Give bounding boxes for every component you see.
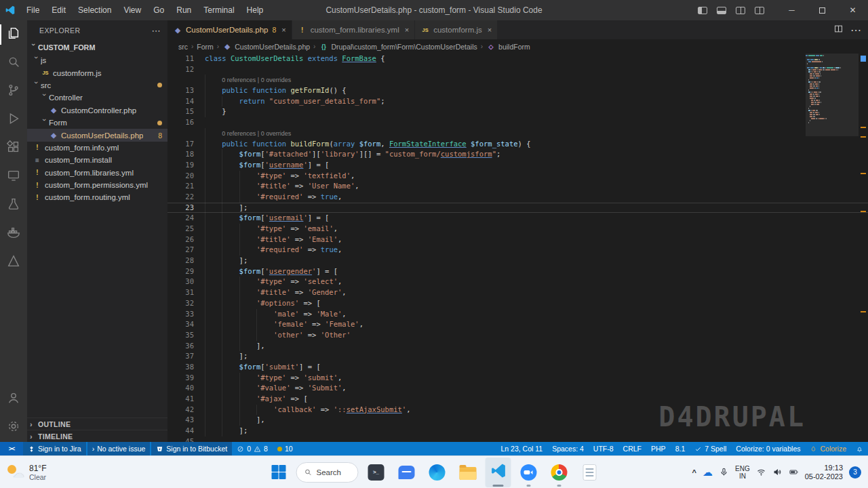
toggle-secondary-sidebar-icon[interactable] [736,7,745,14]
code-line[interactable]: 15} [167,106,868,117]
tree-item-custom-form-routing-yml[interactable]: !custom_form.routing.yml [27,191,167,203]
toggle-panel-icon[interactable] [717,7,726,14]
code-line[interactable]: 39'#type' => 'submit', [167,373,868,384]
code-line[interactable]: 12 [167,64,868,75]
tab-custom-form-libraries-yml[interactable]: !custom_form.libraries.yml× [292,20,415,39]
code-line[interactable]: 38$form['submit'] = [ [167,362,868,373]
code-line[interactable]: 22'#required' => true, [167,192,868,203]
activity-remote-explorer[interactable] [0,163,27,191]
taskbar-search[interactable]: Search [296,462,359,483]
status-active-issue[interactable]: ›No active issue [87,442,151,455]
explorer-more-icon[interactable]: ⋯ [152,26,161,36]
status-notifications[interactable] [851,442,868,455]
taskbar-app-chat[interactable] [394,458,420,487]
maximize-button[interactable] [807,0,837,20]
code-line[interactable]: 25'#type' => 'email', [167,224,868,235]
microphone-icon[interactable] [719,467,729,477]
menu-run[interactable]: Run [170,0,197,20]
code-line[interactable]: 21'#title' => 'User Name', [167,181,868,192]
activity-source-control[interactable] [0,77,27,106]
status-language-mode[interactable]: PHP [646,442,671,455]
breadcrumb-item-src[interactable]: src [178,43,188,51]
code-line[interactable]: 44]; [167,426,868,436]
panel-timeline[interactable]: ›TIMELINE [27,430,167,442]
code-line[interactable]: 35'other' => 'Other' [167,330,868,341]
code-line[interactable]: 31'#title' => 'Gender', [167,287,868,298]
tree-item-form[interactable]: ›Form [27,117,167,129]
code-editor[interactable]: 11class CustomUserDetails extends FormBa… [167,54,868,442]
clock[interactable]: 19:13 05-02-2023 [805,464,843,481]
customize-layout-icon[interactable] [755,7,764,14]
status-bitbucket[interactable]: Sign in to Bitbucket [151,442,232,455]
minimize-button[interactable]: ─ [776,0,807,20]
tree-item-customform-js[interactable]: JScustomform.js [27,66,167,79]
code-line[interactable]: 43], [167,415,868,426]
panel-outline[interactable]: ›OUTLINE [27,418,167,430]
menu-edit[interactable]: Edit [45,0,72,20]
code-line[interactable]: 37]; [167,351,868,362]
activity-testing[interactable] [0,191,27,220]
weather-widget[interactable]: ☁ 81°F Clear [0,464,142,481]
tree-item-custom-form-install[interactable]: ≡custom_form.install [27,154,167,166]
language-indicator[interactable]: ENG IN [735,465,750,480]
code-line[interactable]: 18$form['#attached']['library'][] = "cus… [167,149,868,160]
status-problems[interactable]: 08 [232,442,273,455]
activity-accounts[interactable] [0,385,27,413]
tree-item-customcontroller-php[interactable]: ◆CustomController.php [27,104,167,117]
code-line[interactable]: 27'#required' => true, [167,245,868,256]
taskbar-app-terminal[interactable]: >_ [363,458,389,487]
minimap[interactable] [806,55,859,126]
code-line[interactable]: 29$form['usergender'] = [ [167,266,868,277]
scrollbar[interactable] [859,54,868,442]
taskbar-app-edge[interactable] [425,458,450,487]
taskbar-app-zoom[interactable] [516,458,542,487]
status-spell-count[interactable]: 10 [273,442,298,455]
code-line[interactable]: 41'#ajax' => [ [167,394,868,405]
status-spell-checker[interactable]: 7 Spell [690,442,731,455]
code-line[interactable]: 33'male' => 'Male', [167,309,868,320]
status-colorize[interactable]: Colorize [805,442,851,455]
code-line[interactable]: 23]; [167,203,868,214]
taskbar-app-notes[interactable] [577,458,603,487]
activity-azure[interactable] [0,248,27,277]
hidden-icons-chevron-icon[interactable]: ^ [692,468,696,476]
activity-extensions[interactable] [0,134,27,163]
status-indentation[interactable]: Spaces: 4 [547,442,589,455]
tree-item-custom-form-permissions-yml[interactable]: !custom_form.permissions.yml [27,179,167,191]
taskbar-app-vscode[interactable] [486,458,511,487]
split-editor-icon[interactable] [833,24,844,37]
code-line[interactable]: 20'#type' => 'textfield', [167,171,868,182]
tab-customform-js[interactable]: JScustomform.js× [415,20,498,39]
status-colorize-variables[interactable]: Colorize: 0 variables [731,442,805,455]
menu-view[interactable]: View [117,0,147,20]
breadcrumb-item-customuserdetails[interactable]: {}Drupal\custom_form\Form\CustomUserDeta… [319,43,477,51]
menu-terminal[interactable]: Terminal [197,0,240,20]
code-line[interactable]: 32'#options' => [ [167,298,868,309]
tab-customuserdetails-php[interactable]: ◆CustomUserDetails.php8× [167,20,292,39]
status-jira[interactable]: Sign in to Jira [23,442,86,455]
codelens-annotation[interactable]: 0 references | 0 overrides [167,128,868,139]
breadcrumb-item-buildform[interactable]: ◇buildForm [486,43,530,51]
tree-item-customuserdetails-php[interactable]: ◆CustomUserDetails.php8 [27,129,167,141]
tree-item-custom-form-info-yml[interactable]: !custom_form.info.yml [27,142,167,154]
code-line[interactable]: 26'#title' => 'Email', [167,235,868,245]
wifi-icon[interactable] [756,467,766,477]
activity-explorer[interactable] [0,20,27,49]
code-line[interactable]: 24$form['usermail'] = [ [167,213,868,224]
activity-settings[interactable] [0,413,27,442]
tree-item-src[interactable]: ›src [27,79,167,92]
status-eol[interactable]: CRLF [618,442,646,455]
breadcrumb-item-form[interactable]: Form [197,43,214,51]
activity-docker[interactable] [0,220,27,248]
code-line[interactable]: 28]; [167,256,868,266]
code-line[interactable]: 16 [167,117,868,128]
tree-item-js[interactable]: ›js [27,54,167,66]
remote-indicator[interactable]: >< [0,442,23,455]
battery-icon[interactable] [789,467,799,477]
menu-file[interactable]: File [20,0,45,20]
notification-badge[interactable]: 3 [849,466,861,479]
taskbar-app-start[interactable] [266,458,292,487]
code-line[interactable]: 19$form['username'] = [ [167,160,868,171]
activity-run-debug[interactable] [0,106,27,134]
status-encoding[interactable]: UTF-8 [589,442,618,455]
